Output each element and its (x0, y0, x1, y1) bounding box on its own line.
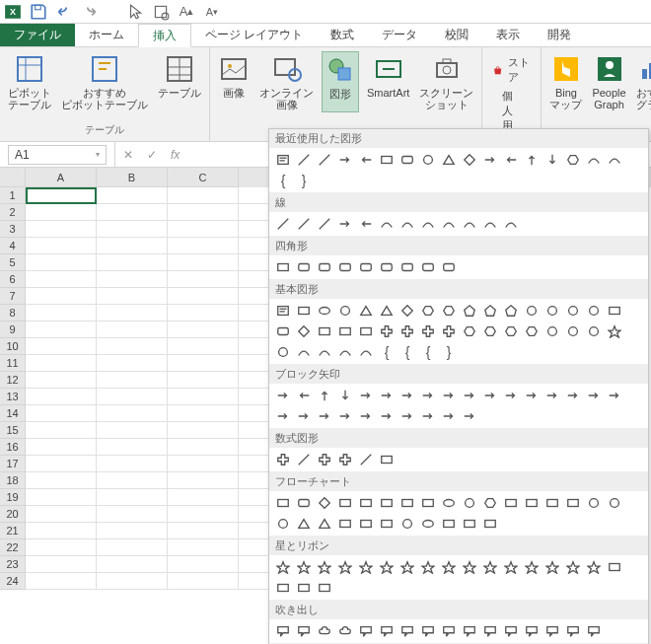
shape-item[interactable] (377, 150, 397, 170)
cell[interactable] (26, 506, 97, 523)
cell[interactable] (168, 539, 239, 556)
row-header[interactable]: 24 (0, 573, 26, 590)
shape-item[interactable] (273, 557, 293, 577)
cursor-icon[interactable] (126, 3, 144, 21)
cell[interactable] (168, 556, 239, 573)
cell[interactable] (97, 187, 168, 204)
cell[interactable] (97, 506, 168, 523)
shape-item[interactable] (356, 150, 376, 170)
cell[interactable] (168, 338, 239, 355)
shape-item[interactable] (460, 557, 479, 577)
pictures-button[interactable]: 画像 (216, 51, 252, 112)
shape-item[interactable] (605, 557, 624, 577)
row-header[interactable]: 18 (0, 472, 26, 489)
shape-item[interactable] (273, 493, 293, 513)
pivot-table-button[interactable]: ピボット テーブル (6, 51, 53, 112)
shape-item[interactable] (315, 621, 334, 641)
shape-item[interactable] (418, 214, 438, 234)
shape-item[interactable] (542, 322, 562, 341)
cell[interactable] (168, 305, 239, 322)
shape-item[interactable] (273, 257, 293, 277)
shape-item[interactable] (439, 322, 459, 341)
shape-item[interactable] (418, 386, 438, 405)
row-header[interactable]: 19 (0, 489, 26, 506)
row-header[interactable]: 20 (0, 506, 26, 523)
cell[interactable] (97, 456, 168, 472)
shape-item[interactable] (522, 301, 542, 321)
cell[interactable] (168, 271, 239, 288)
shape-item[interactable] (356, 322, 376, 341)
cell[interactable] (26, 405, 97, 422)
shape-item[interactable] (605, 493, 624, 513)
tab-review[interactable]: 校閲 (431, 24, 482, 46)
shape-item[interactable] (315, 450, 334, 469)
shape-item[interactable] (460, 322, 479, 341)
cell[interactable] (168, 204, 239, 221)
cell[interactable] (26, 439, 97, 456)
row-header[interactable]: 10 (0, 338, 26, 355)
shape-item[interactable] (315, 301, 334, 321)
shape-item[interactable] (439, 493, 459, 513)
shape-item[interactable] (294, 322, 314, 341)
cell[interactable] (168, 389, 239, 405)
shape-item[interactable] (315, 514, 334, 534)
shape-item[interactable] (377, 493, 397, 513)
shape-item[interactable] (335, 514, 355, 534)
shape-item[interactable] (563, 493, 583, 513)
shape-item[interactable] (294, 557, 314, 577)
shape-item[interactable] (418, 257, 438, 277)
shape-item[interactable] (439, 557, 459, 577)
row-header[interactable]: 17 (0, 456, 26, 472)
shape-item[interactable] (335, 322, 355, 341)
shape-item[interactable] (377, 406, 397, 426)
shape-item[interactable] (335, 301, 355, 321)
shape-item[interactable] (522, 557, 542, 577)
shape-item[interactable] (584, 493, 604, 513)
select-all-corner[interactable] (0, 168, 26, 187)
shape-item[interactable] (480, 301, 500, 321)
shape-item[interactable] (356, 301, 376, 321)
row-header[interactable]: 14 (0, 405, 26, 422)
shape-item[interactable] (398, 322, 417, 341)
shape-item[interactable] (294, 493, 314, 513)
cell[interactable] (168, 439, 239, 456)
shape-item[interactable] (398, 514, 417, 534)
redo-icon[interactable] (81, 3, 99, 21)
shape-item[interactable] (480, 557, 500, 577)
shape-item[interactable] (542, 150, 562, 170)
shape-item[interactable] (273, 150, 293, 170)
shape-item[interactable] (563, 322, 583, 341)
shape-item[interactable] (356, 257, 376, 277)
shape-item[interactable] (480, 214, 500, 234)
row-header[interactable]: 15 (0, 422, 26, 439)
shape-item[interactable] (522, 621, 542, 641)
cell[interactable] (168, 456, 239, 472)
shape-item[interactable] (335, 386, 355, 405)
shape-item[interactable] (563, 621, 583, 641)
shape-item[interactable] (315, 257, 334, 277)
shape-item[interactable] (377, 322, 397, 341)
shape-item[interactable]: { (273, 171, 293, 190)
shape-item[interactable] (605, 150, 624, 170)
shape-item[interactable] (605, 386, 624, 405)
shape-item[interactable] (460, 301, 479, 321)
shape-item[interactable] (542, 301, 562, 321)
shape-item[interactable] (584, 386, 604, 405)
shape-item[interactable] (460, 150, 479, 170)
shape-item[interactable] (460, 621, 479, 641)
shape-item[interactable] (356, 557, 376, 577)
cell[interactable] (97, 221, 168, 238)
cell[interactable] (168, 187, 239, 204)
row-header[interactable]: 22 (0, 539, 26, 556)
shape-item[interactable] (335, 450, 355, 469)
shape-item[interactable] (480, 386, 500, 405)
cell[interactable] (26, 539, 97, 556)
shape-item[interactable] (501, 493, 521, 513)
cell[interactable] (168, 506, 239, 523)
shape-item[interactable] (294, 406, 314, 426)
cell[interactable] (97, 305, 168, 322)
shape-item[interactable] (356, 214, 376, 234)
cell[interactable] (97, 254, 168, 271)
row-header[interactable]: 7 (0, 288, 26, 305)
cell[interactable] (26, 556, 97, 573)
